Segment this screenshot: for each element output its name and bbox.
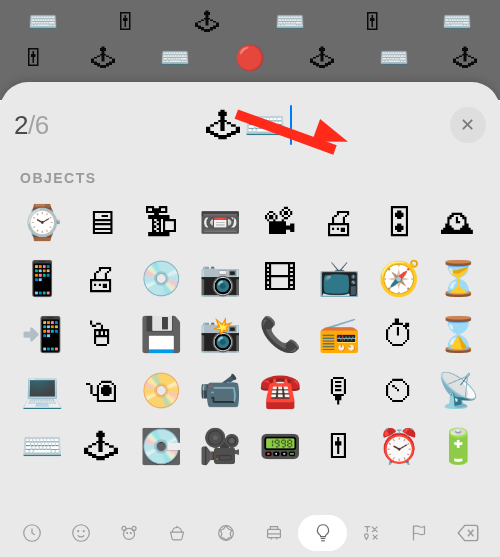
symbols-icon <box>360 522 382 544</box>
emoji-cell[interactable]: 🖨 <box>74 252 130 304</box>
close-button[interactable]: ✕ <box>450 107 486 143</box>
bg-emoji: ⌨️ <box>275 8 305 36</box>
selection-counter: 2/6 <box>14 110 49 141</box>
category-recents[interactable] <box>8 515 56 551</box>
emoji-cell[interactable]: 🕰 <box>431 196 487 248</box>
emoji-cell[interactable]: 📀 <box>133 364 189 416</box>
emoji-cell[interactable]: ☎️ <box>252 364 308 416</box>
emoji-cell[interactable]: 💿 <box>133 252 189 304</box>
emoji-cell[interactable]: 🖥 <box>74 196 130 248</box>
emoji-cell[interactable]: 📻 <box>312 308 368 360</box>
bg-emoji: 🎚 <box>22 44 46 72</box>
emoji-cell[interactable]: 🖱 <box>74 308 130 360</box>
svg-point-1 <box>72 525 89 542</box>
emoji-cell[interactable]: 🖲 <box>74 364 130 416</box>
category-activity[interactable] <box>202 515 250 551</box>
category-symbols[interactable] <box>347 515 395 551</box>
category-smileys[interactable] <box>56 515 104 551</box>
bg-emoji: 🎚 <box>114 8 138 36</box>
animal-icon <box>118 522 140 544</box>
bg-emoji: ⌨️ <box>28 8 58 36</box>
category-animals[interactable] <box>105 515 153 551</box>
smiley-icon <box>70 522 92 544</box>
svg-point-8 <box>130 533 131 534</box>
emoji-cell[interactable]: 🕹 <box>74 420 130 472</box>
food-icon <box>166 522 188 544</box>
emoji-cell[interactable]: 🖨 <box>312 196 368 248</box>
emoji-cell[interactable]: 💽 <box>133 420 189 472</box>
svg-point-2 <box>77 531 78 532</box>
flag-icon <box>408 522 430 544</box>
emoji-picker-panel: 2/6 🕹 ⌨️ ✕ OBJECTS ⌚🖥🗜📼📽🖨🎛🕰📱🖨💿📷🎞📺🧭⏳📲🖱💾📸📞… <box>0 82 500 557</box>
emoji-cell[interactable]: ⌚ <box>14 196 70 248</box>
emoji-cell[interactable]: ⏳ <box>431 252 487 304</box>
emoji-cell[interactable]: ⏲ <box>371 364 427 416</box>
emoji-cell[interactable]: 💾 <box>133 308 189 360</box>
category-objects[interactable] <box>298 515 346 551</box>
emoji-cell[interactable]: 📼 <box>193 196 249 248</box>
emoji-cell[interactable]: 🎞 <box>252 252 308 304</box>
category-travel[interactable] <box>250 515 298 551</box>
emoji-cell[interactable]: 🎛 <box>371 196 427 248</box>
svg-point-5 <box>122 526 126 530</box>
emoji-cell[interactable]: 🗜 <box>133 196 189 248</box>
emoji-cell[interactable]: ⏱ <box>371 308 427 360</box>
close-icon: ✕ <box>460 114 475 136</box>
selected-emoji-0: 🕹 <box>206 108 240 142</box>
svg-point-6 <box>132 526 136 530</box>
clock-icon <box>21 522 43 544</box>
category-flags[interactable] <box>395 515 443 551</box>
lightbulb-icon <box>312 522 334 544</box>
emoji-cell[interactable]: 🎚 <box>312 420 368 472</box>
emoji-cell[interactable]: 📟 <box>252 420 308 472</box>
emoji-cell[interactable]: ⏰ <box>371 420 427 472</box>
bg-emoji: 🎚 <box>361 8 385 36</box>
text-cursor <box>290 105 292 145</box>
emoji-cell[interactable]: 📽 <box>252 196 308 248</box>
category-food[interactable] <box>153 515 201 551</box>
svg-point-3 <box>83 531 84 532</box>
emoji-cell[interactable]: 🧭 <box>371 252 427 304</box>
bg-emoji: ⌨️ <box>160 44 190 72</box>
picker-header: 2/6 🕹 ⌨️ ✕ <box>14 96 486 154</box>
backspace-icon <box>455 520 481 546</box>
emoji-cell[interactable]: ⌛ <box>431 308 487 360</box>
bg-emoji: ⌨️ <box>442 8 472 36</box>
bg-emoji: 🕹 <box>91 44 115 72</box>
selected-emoji-1: ⌨️ <box>244 108 286 142</box>
emoji-cell[interactable]: 🎙 <box>312 364 368 416</box>
emoji-cell[interactable]: 📺 <box>312 252 368 304</box>
bg-emoji: 🕹 <box>310 44 334 72</box>
emoji-cell[interactable]: 📹 <box>193 364 249 416</box>
bg-emoji: 🔴 <box>235 44 265 72</box>
selected-emojis-field[interactable]: 🕹 ⌨️ <box>206 105 292 145</box>
emoji-cell[interactable]: 🎥 <box>193 420 249 472</box>
category-bar <box>0 509 500 557</box>
bg-emoji: ⌨️ <box>379 44 409 72</box>
backspace-button[interactable] <box>444 515 492 551</box>
bg-emoji: 🕹 <box>195 8 219 36</box>
svg-point-7 <box>127 533 128 534</box>
bg-emoji: 🕹 <box>453 44 477 72</box>
emoji-grid: ⌚🖥🗜📼📽🖨🎛🕰📱🖨💿📷🎞📺🧭⏳📲🖱💾📸📞📻⏱⌛💻🖲📀📹☎️🎙⏲📡⌨️🕹💽🎥📟🎚… <box>14 196 486 472</box>
emoji-cell[interactable]: 💻 <box>14 364 70 416</box>
emoji-cell[interactable]: 📡 <box>431 364 487 416</box>
emoji-cell[interactable]: ⌨️ <box>14 420 70 472</box>
travel-icon <box>263 522 285 544</box>
emoji-cell[interactable]: 📷 <box>193 252 249 304</box>
activity-icon <box>215 522 237 544</box>
emoji-cell[interactable]: 🔋 <box>431 420 487 472</box>
emoji-cell[interactable]: 📞 <box>252 308 308 360</box>
emoji-cell[interactable]: 📱 <box>14 252 70 304</box>
emoji-cell[interactable]: 📲 <box>14 308 70 360</box>
section-label: OBJECTS <box>20 170 486 186</box>
emoji-cell[interactable]: 📸 <box>193 308 249 360</box>
